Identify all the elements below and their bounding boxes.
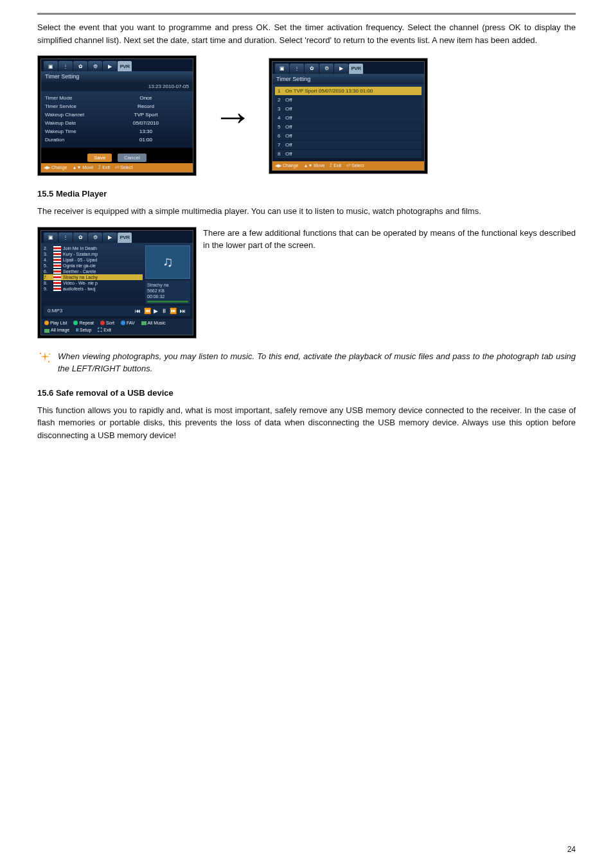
timer-list-row: 6Off	[275, 132, 422, 140]
media-list-row: 6.Seether - Carele	[44, 269, 143, 274]
timer-list-row: 3Off	[275, 105, 422, 113]
timestamp: 13:23 2010-07-05	[41, 82, 193, 91]
timer-list-row: 4Off	[275, 114, 422, 122]
note-block: When viewing photographs, you may listen…	[37, 350, 576, 375]
tab-icon: ▣	[275, 64, 289, 74]
tab-icon: ⋮	[58, 233, 73, 243]
tab-icon: ▶	[334, 64, 348, 74]
setting-row: Duration01:00	[45, 136, 189, 144]
tab-icon: ▣	[44, 61, 58, 71]
music-note-icon: ♫	[145, 245, 190, 279]
timer-list-screenshot: ▣ ⋮ ✿ ⚙ ▶ PVR Timer Setting 1On TVP Spor…	[269, 58, 428, 174]
tip-icon	[37, 350, 53, 366]
cancel-button: Cancel	[118, 154, 147, 162]
setting-row: Wakeup ChannelTVP Sport	[45, 111, 189, 119]
media-list-row: 3.Kury - Szatan.mp	[44, 251, 143, 257]
tab-icon: ▶	[103, 233, 117, 243]
timer-list-row: 8Off	[275, 150, 422, 158]
pvr-tab: PVR	[349, 64, 363, 74]
arrow-icon: →	[207, 93, 258, 139]
tab-icon: ⋮	[58, 61, 73, 71]
timer-list-row: 2Off	[275, 96, 422, 104]
section-15-5-heading: 15.5 Media Player	[37, 189, 576, 199]
timer-list-row: 5Off	[275, 123, 422, 131]
tab-icon: ▶	[103, 61, 117, 71]
media-list-row: 2.Join Me In Death	[44, 245, 143, 251]
transport-controls: ⏮ ⏪ ▶ ⏸ ⏩ ⏭	[135, 308, 186, 314]
panel-title: Timer Setting	[41, 71, 193, 82]
media-list-row: 4.Lipali - 05 - Upad	[44, 257, 143, 263]
media-list-row: 7.Strachy na Lachy	[44, 274, 143, 280]
section-15-5-paragraph-2: There are a few additional functions tha…	[203, 227, 576, 252]
nav-legend: ◀▶ Change▲▼ Move⤴ Exit⏎ Select	[41, 163, 193, 172]
section-15-6-paragraph: This function allows you to rapidly and,…	[37, 404, 576, 442]
svg-point-2	[49, 353, 50, 355]
tab-icon: ⚙	[88, 233, 102, 243]
media-player-screenshot: ▣ ⋮ ✿ ⚙ ▶ PVR 2.Join Me In Death3.Kury -…	[37, 227, 197, 339]
tab-icon: ✿	[73, 233, 87, 243]
setting-row: Timer ServiceRecord	[45, 102, 189, 111]
svg-point-1	[40, 352, 42, 354]
tab-icon: ✿	[305, 64, 319, 74]
timer-settings-screenshot: ▣ ⋮ ✿ ⚙ ▶ PVR Timer Setting 13:23 2010-0…	[37, 55, 197, 176]
nav-legend: ◀▶ Change▲▼ Move⤴ Exit⏎ Select	[272, 161, 424, 170]
tab-icon: ⚙	[319, 64, 333, 74]
tab-icon: ⋮	[290, 64, 304, 74]
save-button: Save	[87, 154, 112, 162]
timer-list-row: 7Off	[275, 141, 422, 149]
track-info: Strachy na 5662 KB 00:06:32	[145, 281, 190, 304]
section-15-6-heading: 15.6 Safe removal of a USB device	[37, 388, 576, 398]
media-legend: Play ListRepeatSortFAVAll MusicAll Image…	[41, 319, 193, 335]
top-rule	[37, 13, 576, 15]
svg-point-3	[48, 360, 49, 362]
media-list-row: 8.Video - We- nie p	[44, 280, 143, 286]
timer-figure-row: ▣ ⋮ ✿ ⚙ ▶ PVR Timer Setting 13:23 2010-0…	[37, 55, 576, 176]
intro-paragraph: Select the event that you want to progra…	[37, 21, 576, 46]
section-15-5-paragraph-1: The receiver is equipped with a simple m…	[37, 205, 576, 218]
tab-icon: ▣	[44, 233, 58, 243]
tab-icon: ✿	[73, 61, 87, 71]
note-text: When viewing photographs, you may listen…	[58, 350, 576, 375]
folder-label: 0:MP3	[48, 308, 62, 314]
media-list-row: 5.Ognia nie ga-cie	[44, 263, 143, 269]
pvr-tab: PVR	[118, 61, 132, 71]
media-list-row: 9.audiofeels - twoj	[44, 286, 143, 292]
timer-list-row: 1On TVP Sport 05/07/2010 13:30 01:00	[275, 87, 422, 95]
setting-row: Wakeup Date05/07/2010	[45, 119, 189, 127]
setting-row: Wakeup Time13:30	[45, 127, 189, 136]
panel-title: Timer Setting	[272, 74, 424, 84]
svg-marker-0	[40, 351, 50, 362]
setting-row: Timer ModeOnce	[45, 94, 189, 102]
page-number: 24	[567, 845, 576, 854]
tab-icon: ⚙	[88, 61, 102, 71]
pvr-tab: PVR	[118, 233, 132, 243]
